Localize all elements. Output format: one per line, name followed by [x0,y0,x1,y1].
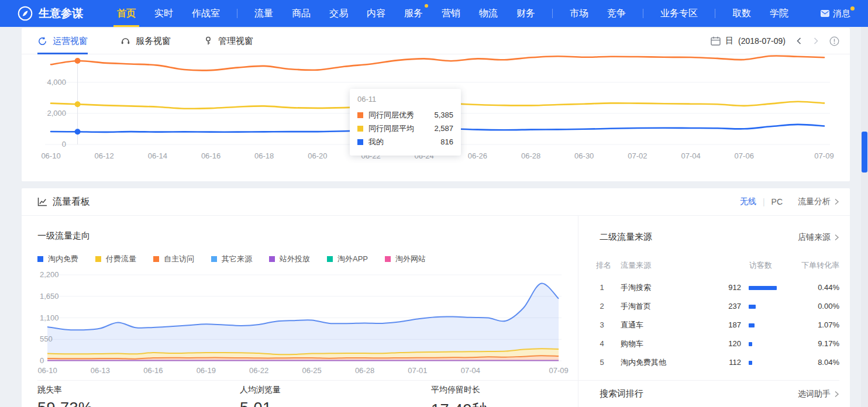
nav-item-交易[interactable]: 交易 [320,0,357,27]
stat-label: 人均浏览量 [240,385,281,395]
view-tab-服务视窗[interactable]: 服务视窗 [120,28,171,54]
svg-text:06-22: 06-22 [249,366,268,375]
nav-item-营销[interactable]: 营销 [432,0,470,27]
nav-item-竞争[interactable]: 竞争 [598,0,635,27]
word-helper-link[interactable]: 选词助手 [798,389,839,399]
table-row[interactable]: 4购物车1209.17% [578,334,850,353]
row-visitors: 187 [678,316,741,334]
table-row[interactable]: 5淘内免费其他1128.04% [578,353,850,372]
legend-item-其它来源[interactable]: 其它来源 [211,254,252,264]
svg-text:06-25: 06-25 [302,366,321,375]
row-rank: 4 [596,334,608,353]
view-tab-运营视窗[interactable]: 运营视窗 [37,28,88,54]
row-source: 手淘搜索 [621,278,651,297]
stat-label: 平均停留时长 [431,385,488,395]
nav-item-市场[interactable]: 市场 [560,0,598,27]
nav-item-业务专区[interactable]: 业务专区 [651,0,707,27]
nav-item-实时[interactable]: 实时 [145,0,182,27]
nav-item-作战室[interactable]: 作战室 [182,0,229,27]
secondary-source-head: 二级流量来源 店铺来源 [600,232,839,243]
prev-date-button[interactable] [795,37,802,45]
shop-source-link[interactable]: 店铺来源 [798,232,839,243]
brand[interactable]: 生意参谋 [18,6,83,21]
toggle-wireless[interactable]: 无线 [740,196,756,207]
nav-item-学院[interactable]: 学院 [760,0,798,27]
legend-item-淘外APP[interactable]: 淘外APP [327,254,368,264]
nav-item-内容[interactable]: 内容 [357,0,395,27]
svg-text:06-10: 06-10 [41,151,60,160]
traffic-board-header: 流量看板 无线 | PC 流量分析 [22,188,850,216]
table-header-下单转化率: 下单转化率 [801,260,839,271]
legend-item-淘外网站[interactable]: 淘外网站 [385,254,426,264]
tooltip-row: 同行同层平均2,587 [357,122,453,135]
view-tab-label: 服务视窗 [136,36,171,47]
nav-menu: 首页实时作战室流量商品交易内容服务营销物流财务市场竞争业务专区取数学院 [108,0,816,27]
legend-swatch [211,256,217,262]
stat-人均浏览量: 人均浏览量5.01 [240,385,281,407]
table-row[interactable]: 1手淘搜索9120.44% [578,278,850,297]
legend-item-淘内免费[interactable]: 淘内免费 [37,254,78,264]
nav-item-财务[interactable]: 财务 [507,0,545,27]
nav-item-物流[interactable]: 物流 [470,0,507,27]
svg-text:1,100: 1,100 [40,313,59,322]
chevron-right-icon [834,198,839,205]
series-swatch [357,112,363,118]
svg-text:06-30: 06-30 [574,151,594,160]
visitors-bar [749,342,752,346]
svg-text:0: 0 [40,356,44,365]
series-swatch [357,126,363,132]
legend-item-付费流量[interactable]: 付费流量 [95,254,136,264]
legend-label: 站外投放 [280,254,310,264]
nav-message[interactable]: 消息 [821,8,854,19]
svg-text:07-06: 07-06 [735,151,754,160]
next-date-button[interactable] [812,37,819,45]
nav-item-服务[interactable]: 服务 [395,0,432,27]
scrollbar-track [861,27,868,407]
traffic-analysis-link[interactable]: 流量分析 [798,196,839,207]
row-conversion: 9.17% [818,334,839,353]
svg-text:07-02: 07-02 [628,151,647,160]
traffic-area-chart[interactable]: 05501,1001,6502,20006-1006-1306-1606-190… [35,270,579,381]
sync-icon [37,36,47,46]
legend-swatch [269,256,275,262]
date-controls: 日 (2018-07-09) [711,36,839,46]
nav-item-商品[interactable]: 商品 [283,0,320,27]
row-source: 手淘首页 [621,297,651,316]
scrollbar-thumb[interactable] [862,132,867,173]
svg-text:07-01: 07-01 [408,366,427,375]
nav-item-流量[interactable]: 流量 [245,0,283,27]
legend-label: 淘外网站 [395,254,426,264]
tooltip-series-value: 5,385 [434,111,453,119]
source-table-header: 排名流量来源访客数下单转化率 [578,260,850,271]
search-rank-head: 搜索词排行 选词助手 [600,388,839,399]
stat-value: 17.49秒 [431,399,488,407]
row-rank: 5 [596,353,608,372]
legend-item-自主访问[interactable]: 自主访问 [153,254,194,264]
traffic-board-title-wrap: 流量看板 [37,196,90,208]
brand-logo-icon [18,6,33,21]
table-row[interactable]: 3直通车1871.07% [578,316,850,334]
nav-item-取数[interactable]: 取数 [723,0,760,27]
row-rank: 2 [596,297,608,316]
tooltip-date: 06-11 [357,95,453,104]
date-picker[interactable]: 日 (2018-07-09) [711,36,786,46]
toggle-pc[interactable]: PC [771,197,783,206]
nav-item-首页[interactable]: 首页 [108,0,145,27]
line-chart-icon [37,197,47,206]
legend-item-站外投放[interactable]: 站外投放 [269,254,310,264]
svg-text:06-14: 06-14 [148,151,167,160]
legend-swatch [327,256,333,262]
tooltip-row: 同行同层优秀5,385 [357,108,453,122]
row-visitors: 237 [678,297,741,316]
view-tab-管理视窗[interactable]: 管理视窗 [204,28,253,54]
tooltip-series-label: 我的 [368,137,384,147]
message-label: 消息 [833,8,850,19]
row-visitors: 912 [678,278,741,297]
legend-swatch [37,256,43,262]
key-icon [204,36,213,46]
stat-label: 跳失率 [37,385,93,395]
svg-text:4,000: 4,000 [47,78,66,87]
table-row[interactable]: 2手淘首页2370.00% [578,297,850,316]
chart-tooltip: 06-11 同行同层优秀5,385同行同层平均2,587我的816 [350,89,461,156]
info-icon[interactable] [829,36,839,46]
